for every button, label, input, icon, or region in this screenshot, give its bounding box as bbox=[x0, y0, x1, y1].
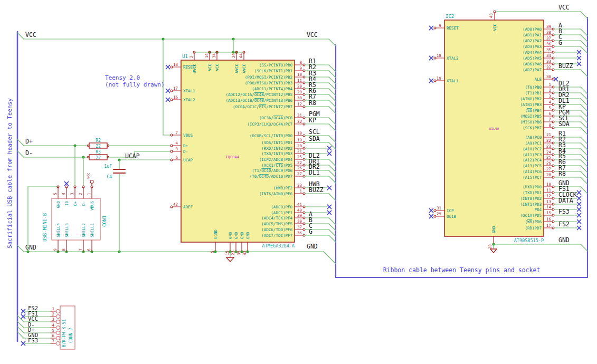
pin-name: D- bbox=[183, 149, 188, 154]
pin-name: (ADC7/TDI)PF7 bbox=[261, 233, 292, 238]
net-pin41 bbox=[305, 205, 331, 208]
pin-number: 22 bbox=[546, 138, 551, 143]
no-connect-icon bbox=[577, 207, 581, 211]
resistor-r3-ref: R3 bbox=[96, 150, 101, 155]
pad-circle bbox=[56, 326, 60, 330]
pin-number: 38 bbox=[297, 219, 302, 224]
no-connect-icon bbox=[429, 214, 433, 218]
pin-name: (RXD)PD0 bbox=[523, 185, 542, 189]
usb-value: USB-MINI-B bbox=[42, 213, 48, 242]
net-label-vcc[interactable]: VCC bbox=[307, 31, 318, 39]
net-label-sda[interactable]: SDA bbox=[558, 120, 570, 128]
pin-number: 17 bbox=[546, 223, 551, 228]
pin-number: 18 bbox=[437, 53, 442, 58]
vcc-symbol-label: VCC bbox=[87, 173, 91, 179]
pin-number: 39 bbox=[297, 213, 302, 218]
net-label-fs2[interactable]: FS2 bbox=[558, 221, 570, 228]
ic2-chip[interactable]: IC2AT90S8515-PDIL409RESET18XTAL219XTAL13… bbox=[429, 14, 554, 243]
net-label-g[interactable]: G bbox=[309, 228, 312, 235]
u1-chip[interactable]: U1ATMEGA32U4-ATQFP4413RESET17XTAL116XTAL… bbox=[166, 51, 305, 255]
gnd-symbol bbox=[490, 249, 494, 253]
pin-number: 3 bbox=[548, 94, 551, 99]
pin-number: 29 bbox=[437, 212, 441, 216]
usb-connector[interactable]: USB-MINI-BCON15GND4ID3D+2D-1VBUS9SHELL48… bbox=[42, 181, 107, 252]
net-label-r8[interactable]: R8 bbox=[309, 99, 316, 107]
no-connect-icon bbox=[577, 56, 581, 60]
pin-number: 10 bbox=[546, 182, 552, 187]
wire bbox=[581, 35, 587, 42]
net-label-ucap[interactable]: UCAP bbox=[125, 152, 140, 160]
net-label-data[interactable]: DATA bbox=[558, 197, 573, 204]
net-label-sda[interactable]: SDA bbox=[309, 135, 320, 142]
pin-name: GND bbox=[56, 201, 61, 208]
pin-number: 15 bbox=[546, 210, 551, 215]
pin-number: 15 bbox=[225, 251, 230, 255]
pin-number: 2 bbox=[52, 312, 54, 317]
net-label-vcc[interactable]: VCC bbox=[25, 31, 36, 39]
pin-name: UCAP bbox=[183, 158, 193, 162]
pin-name: (ADC5/TMS)PF5 bbox=[261, 222, 292, 226]
no-connect-icon bbox=[429, 208, 433, 212]
pin-name: OC1B bbox=[447, 214, 457, 219]
pin-name: (OC0A/OC1C/RTS/PCINT7)PB7 bbox=[233, 104, 292, 109]
pin-name: (AD0)PA0 bbox=[523, 27, 542, 32]
wire bbox=[581, 41, 587, 47]
pin-name: (A15)PC7 bbox=[523, 175, 542, 180]
net-BUZZ: BUZZ bbox=[305, 186, 336, 200]
wire bbox=[329, 89, 336, 95]
pin-name: (PDO/MISO/PCINT3)PB3 bbox=[245, 81, 292, 85]
net-label-kp[interactable]: KP bbox=[309, 117, 316, 124]
pin-number: 30 bbox=[297, 95, 302, 100]
pin-number: 7 bbox=[78, 248, 83, 251]
pin-number: 35 bbox=[546, 47, 551, 52]
pin-name: D- bbox=[81, 201, 86, 206]
net-label-vcc[interactable]: VCC bbox=[558, 4, 570, 11]
net-label-buzz[interactable]: BUZZ bbox=[309, 186, 324, 194]
net-label-r8[interactable]: R8 bbox=[558, 170, 566, 177]
pad-circle bbox=[56, 331, 60, 335]
pin-name: (INT0)PD2 bbox=[520, 196, 542, 201]
net-label-g[interactable]: G bbox=[558, 39, 562, 46]
pin-number: 11 bbox=[297, 78, 302, 83]
pin-name: (ADC12/OC1A/OC4B/PCINT12)PB5 bbox=[226, 92, 292, 97]
pin-number: 2 bbox=[189, 55, 194, 58]
gnd-symbol bbox=[230, 257, 234, 262]
wire bbox=[581, 12, 587, 18]
pin-number: 8 bbox=[61, 248, 66, 251]
wire bbox=[329, 100, 336, 107]
pin-name: GND bbox=[491, 226, 496, 233]
no-connect-icon bbox=[577, 226, 581, 229]
resistor-r2[interactable]: R222 bbox=[87, 138, 109, 149]
net-label-gnd[interactable]: GND bbox=[307, 243, 318, 250]
net-label-gnd[interactable]: GND bbox=[558, 236, 570, 244]
pin-name: (ADC11/PCINT4)PB4 bbox=[252, 87, 292, 91]
pin-number: 1 bbox=[87, 193, 91, 195]
net-label-buzz[interactable]: BUZZ bbox=[558, 62, 573, 70]
pad-circle bbox=[56, 320, 60, 324]
net-label-dplus[interactable]: D+ bbox=[25, 138, 33, 145]
pin-name: (ADC6/TDO)PF6 bbox=[261, 227, 292, 232]
resistor-r3[interactable]: R322 bbox=[87, 150, 109, 160]
net-label-gnd[interactable]: GND bbox=[25, 244, 36, 251]
pin-number: 4 bbox=[548, 100, 551, 104]
net-label-fs3[interactable]: FS3 bbox=[28, 337, 38, 343]
pin-number: 20 bbox=[297, 143, 302, 148]
capacitor-c4[interactable]: 1uFC4 bbox=[105, 164, 125, 179]
wire bbox=[581, 149, 587, 156]
no-connect-icon bbox=[577, 219, 581, 223]
pin-name: (T1/OC4D/ADC9)PD6 bbox=[252, 168, 292, 173]
net-label-dl1[interactable]: DL1 bbox=[309, 169, 320, 176]
pin-number: 6 bbox=[52, 333, 54, 338]
pin-number: 5 bbox=[53, 193, 58, 195]
net-label-dminus[interactable]: D- bbox=[25, 149, 33, 157]
pin-number: 27 bbox=[297, 171, 302, 176]
pin-name: (A12)PC4 bbox=[523, 158, 542, 162]
conn7-connector[interactable]: B7K-PH-K-S1CONN_71FS22FS13VCC4D-5D+6GND7… bbox=[17, 305, 75, 350]
no-connect-icon bbox=[327, 146, 331, 150]
pin-number: 19 bbox=[437, 76, 441, 81]
pin-number: 6 bbox=[548, 111, 551, 116]
net-label-fs3[interactable]: FS3 bbox=[558, 208, 570, 215]
pin-name: VCC bbox=[492, 24, 497, 31]
pin-name: VBUS bbox=[90, 201, 94, 211]
net-label-scl[interactable]: SCL bbox=[309, 128, 320, 136]
